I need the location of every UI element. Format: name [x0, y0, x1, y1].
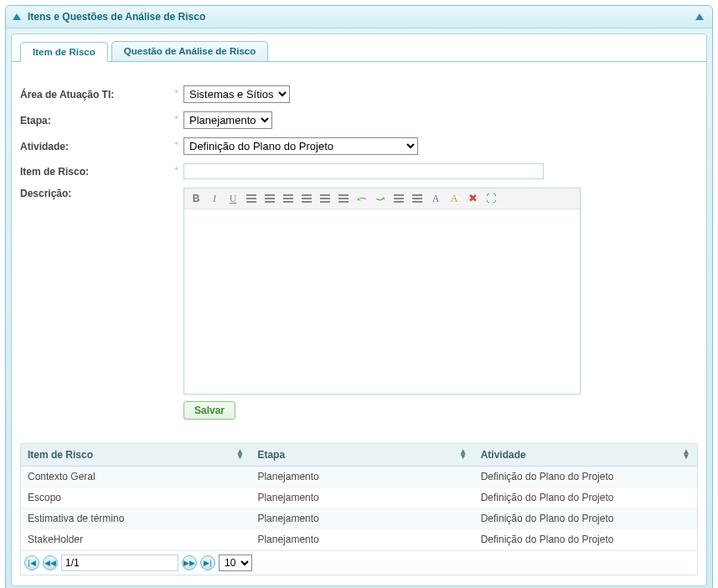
sort-icon: ▲▼: [682, 449, 690, 459]
select-etapa[interactable]: Planejamento: [183, 111, 272, 129]
italic-icon[interactable]: I: [208, 192, 221, 205]
collapse-icon-right[interactable]: [695, 13, 704, 20]
save-button[interactable]: Salvar: [183, 401, 235, 420]
remove-format-icon[interactable]: ✖: [466, 192, 479, 205]
tab-label: Item de Risco: [33, 47, 96, 57]
table-row[interactable]: Estimativa de término Planejamento Defin…: [21, 508, 697, 529]
align-right-icon[interactable]: [282, 192, 295, 205]
ordered-list-icon[interactable]: [392, 192, 405, 205]
editor-textarea[interactable]: [184, 209, 580, 394]
label-atividade: Atividade:: [20, 141, 175, 152]
col-item-risco[interactable]: Item de Risco ▲▼: [21, 444, 251, 467]
label-area: Área de Atuação TI:: [20, 89, 175, 101]
pager-prev-icon[interactable]: ◀◀: [43, 555, 58, 570]
cell-item: Contexto Geral: [21, 467, 251, 487]
highlight-icon[interactable]: A: [447, 192, 461, 205]
underline-icon[interactable]: U: [226, 192, 240, 205]
label-item-risco: Item de Risco:: [20, 166, 175, 178]
pager-last-icon[interactable]: ▶|: [200, 555, 215, 570]
panel-body: Item de Risco Questão de Análise de Risc…: [11, 34, 707, 586]
select-atividade[interactable]: Definição do Plano do Projeto: [183, 137, 418, 155]
pager-first-icon[interactable]: |◀: [24, 555, 39, 570]
panel-risk-items: Itens e Questões de Análise de Risco Ite…: [5, 5, 713, 588]
save-button-label: Salvar: [194, 405, 225, 416]
align-justify-icon[interactable]: [300, 192, 313, 205]
tab-item-de-risco[interactable]: Item de Risco: [20, 42, 108, 62]
cell-atividade: Definição do Plano do Projeto: [474, 529, 697, 550]
outdent-icon[interactable]: [318, 192, 332, 205]
required-marker: ◦: [175, 113, 183, 121]
table-row[interactable]: StakeHolder Planejamento Definição do Pl…: [21, 529, 697, 550]
sort-icon: ▲▼: [235, 449, 244, 459]
pager-size-select[interactable]: 10: [219, 554, 252, 571]
tab-questao-analise[interactable]: Questão de Análise de Risco: [111, 41, 268, 61]
label-descricao: Descrição:: [20, 188, 175, 199]
label-etapa: Etapa:: [20, 115, 175, 126]
col-header-label: Item de Risco: [28, 449, 93, 461]
cell-etapa: Planejamento: [251, 487, 473, 508]
redo-icon[interactable]: ⤻: [374, 192, 387, 205]
cell-atividade: Definição do Plano do Projeto: [474, 487, 697, 508]
cell-etapa: Planejamento: [251, 529, 473, 550]
align-center-icon[interactable]: [263, 192, 276, 205]
collapse-icon-left[interactable]: [13, 13, 21, 20]
col-etapa[interactable]: Etapa ▲▼: [251, 444, 473, 467]
rich-text-editor: B I U ⤺ ⤻ A A: [183, 188, 581, 395]
font-color-icon[interactable]: A: [429, 192, 442, 205]
table-row[interactable]: Escopo Planejamento Definição do Plano d…: [21, 487, 697, 508]
bold-icon[interactable]: B: [189, 192, 203, 205]
required-marker: ◦: [175, 139, 183, 147]
editor-toolbar: B I U ⤺ ⤻ A A: [184, 188, 580, 209]
pager-next-icon[interactable]: ▶▶: [182, 555, 197, 570]
cell-atividade: Definição do Plano do Projeto: [474, 467, 697, 487]
data-table: Item de Risco ▲▼ Etapa ▲▼ Atividade ▲▼: [21, 444, 697, 550]
required-marker: ◦: [175, 164, 183, 173]
data-table-wrap: Item de Risco ▲▼ Etapa ▲▼ Atividade ▲▼: [20, 443, 698, 575]
indent-icon[interactable]: [337, 192, 350, 205]
undo-icon[interactable]: ⤺: [355, 192, 369, 205]
panel-title: Itens e Questões de Análise de Risco: [28, 11, 205, 23]
sort-icon: ▲▼: [459, 449, 467, 459]
table-body: Contexto Geral Planejamento Definição do…: [21, 467, 697, 550]
tab-label: Questão de Análise de Risco: [124, 46, 256, 56]
required-marker: ◦: [175, 87, 183, 95]
panel-header: Itens e Questões de Análise de Risco: [6, 6, 712, 28]
cell-etapa: Planejamento: [251, 508, 473, 529]
tab-bar: Item de Risco Questão de Análise de Risc…: [12, 34, 706, 62]
pager-page-input[interactable]: [61, 554, 178, 571]
unordered-list-icon[interactable]: [411, 192, 424, 205]
cell-item: StakeHolder: [21, 529, 251, 550]
col-header-label: Etapa: [257, 449, 285, 461]
cell-item: Escopo: [21, 487, 251, 508]
table-row[interactable]: Contexto Geral Planejamento Definição do…: [21, 467, 697, 487]
select-area-atuacao[interactable]: Sistemas e Sítios: [183, 85, 290, 103]
pager: |◀ ◀◀ ▶▶ ▶| 10: [21, 550, 697, 575]
fullscreen-icon[interactable]: ⛶: [484, 192, 498, 205]
cell-item: Estimativa de término: [21, 508, 251, 529]
input-item-risco[interactable]: [183, 163, 544, 179]
cell-etapa: Planejamento: [251, 467, 473, 487]
align-left-icon[interactable]: [245, 192, 258, 205]
col-header-label: Atividade: [481, 449, 526, 461]
col-atividade[interactable]: Atividade ▲▼: [474, 444, 697, 467]
cell-atividade: Definição do Plano do Projeto: [474, 508, 697, 529]
